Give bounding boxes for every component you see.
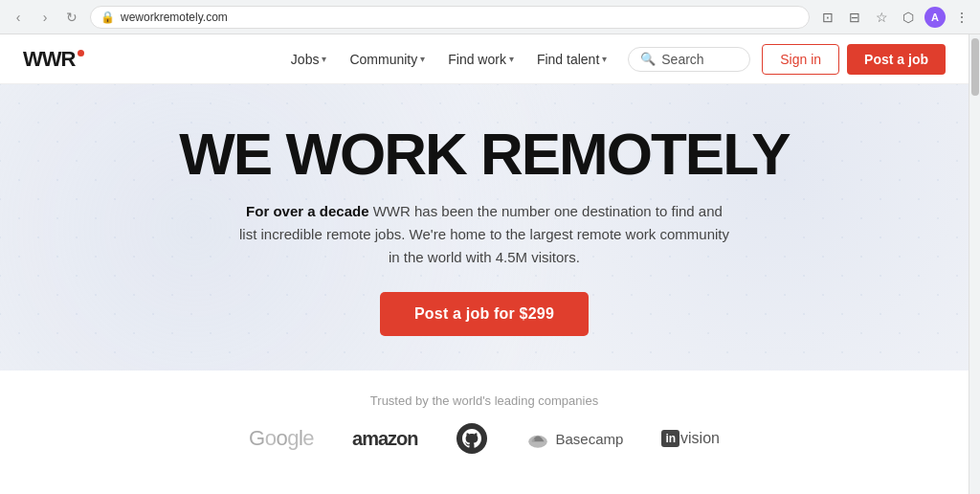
jobs-chevron-icon: ▾	[322, 54, 326, 64]
svg-point-1	[531, 438, 534, 441]
page-content: WWR Jobs ▾ Community ▾ Find work ▾ Find …	[0, 34, 969, 494]
main-nav: WWR Jobs ▾ Community ▾ Find work ▾ Find …	[0, 34, 969, 84]
url-text: weworkremotely.com	[121, 11, 228, 24]
browser-chrome: ‹ › ↻ 🔒 weworkremotely.com ⊡ ⊟ ☆ ⬡ A ⋮	[0, 0, 980, 34]
nav-find-talent[interactable]: Find talent ▾	[527, 46, 616, 73]
logo-dot	[78, 50, 84, 56]
hero-subtitle-bold: For over a decade	[246, 203, 368, 219]
search-input[interactable]: Search	[661, 52, 738, 67]
screenshot-icon[interactable]: ⊡	[817, 7, 838, 28]
nav-jobs-label: Jobs	[291, 52, 320, 67]
invision-in-badge: in	[661, 430, 679, 447]
basecamp-text: Basecamp	[556, 431, 624, 447]
google-text: Google	[249, 426, 314, 450]
hero-section: WE WORK REMOTELY For over a decade WWR h…	[0, 84, 969, 370]
extensions-icon[interactable]: ⬡	[898, 7, 919, 28]
invision-text: vision	[680, 430, 720, 447]
hero-title: WE WORK REMOTELY	[19, 123, 949, 185]
back-button[interactable]: ‹	[8, 7, 29, 28]
scrollbar-thumb[interactable]	[971, 38, 979, 96]
github-icon	[462, 429, 481, 448]
address-bar[interactable]: 🔒 weworkremotely.com	[90, 6, 810, 29]
nav-jobs[interactable]: Jobs ▾	[281, 46, 337, 73]
page-wrapper: WWR Jobs ▾ Community ▾ Find work ▾ Find …	[0, 34, 980, 494]
find-talent-chevron-icon: ▾	[602, 54, 607, 64]
logo[interactable]: WWR	[23, 47, 84, 72]
scrollbar[interactable]	[969, 34, 980, 494]
search-bar[interactable]: 🔍 Search	[628, 47, 750, 72]
logo-invision: invision	[661, 430, 720, 447]
nav-community-label: Community	[349, 52, 417, 67]
community-chevron-icon: ▾	[420, 54, 425, 64]
translate-icon[interactable]: ⊟	[844, 7, 865, 28]
nav-find-work[interactable]: Find work ▾	[438, 46, 523, 73]
nav-find-work-label: Find work	[448, 52, 506, 67]
find-work-chevron-icon: ▾	[509, 54, 514, 64]
basecamp-icon	[525, 426, 550, 451]
logo-text: WWR	[23, 47, 75, 72]
star-icon[interactable]: ☆	[871, 7, 892, 28]
logo-basecamp: Basecamp	[525, 426, 624, 451]
nav-community[interactable]: Community ▾	[340, 46, 434, 73]
hero-subtitle: For over a decade WWR has been the numbe…	[235, 200, 733, 269]
trusted-section: Trusted by the world's leading companies…	[0, 370, 969, 473]
amazon-text: amazon	[352, 428, 417, 449]
logo-google: Google	[249, 426, 314, 451]
post-job-nav-button[interactable]: Post a job	[847, 44, 946, 75]
avatar[interactable]: A	[924, 7, 946, 28]
search-icon: 🔍	[640, 52, 656, 66]
forward-button[interactable]: ›	[34, 7, 56, 28]
sign-in-button[interactable]: Sign in	[762, 44, 839, 75]
browser-nav-buttons: ‹ › ↻	[8, 7, 82, 28]
nav-find-talent-label: Find talent	[537, 52, 599, 67]
menu-icon[interactable]: ⋮	[951, 7, 972, 28]
hero-cta-button[interactable]: Post a job for $299	[380, 292, 589, 336]
logo-amazon: amazon	[352, 428, 417, 450]
browser-actions: ⊡ ⊟ ☆ ⬡ A ⋮	[817, 7, 972, 28]
trusted-logos: Google amazon	[19, 423, 949, 454]
logo-github	[457, 423, 487, 454]
reload-button[interactable]: ↻	[61, 7, 82, 28]
trusted-label: Trusted by the world's leading companies	[19, 393, 949, 408]
lock-icon: 🔒	[100, 11, 115, 24]
nav-items: Jobs ▾ Community ▾ Find work ▾ Find tale…	[281, 46, 616, 73]
